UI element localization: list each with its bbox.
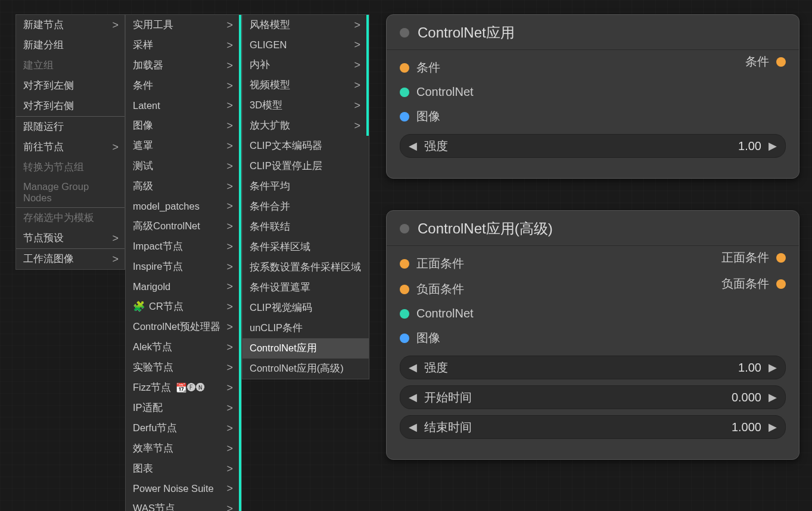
menu-item[interactable]: 放大扩散> <box>242 116 369 136</box>
widget-value[interactable]: 1.000 <box>732 420 769 434</box>
node-controlnet-apply[interactable]: ControlNet应用 条件条件ControlNet图像◀强度1.00▶ <box>386 14 799 179</box>
menu-item[interactable]: unCLIP条件 <box>242 318 369 338</box>
menu-item[interactable]: Alek节点> <box>126 337 241 357</box>
menu-item[interactable]: Impact节点> <box>126 236 241 257</box>
menu-item[interactable]: Inspire节点> <box>126 257 241 277</box>
number-widget[interactable]: ◀开始时间0.000▶ <box>400 385 786 409</box>
port-dot-icon[interactable] <box>400 334 409 343</box>
menu-item[interactable]: 对齐到左侧 <box>16 76 125 96</box>
menu-item[interactable]: ControlNet应用 <box>242 338 369 359</box>
input-slot[interactable]: 图像 <box>400 108 786 124</box>
increment-icon[interactable]: ▶ <box>769 139 777 152</box>
menu-item[interactable]: 条件设置遮罩 <box>242 278 369 298</box>
menu-item[interactable]: 工作流图像> <box>16 249 125 269</box>
context-menu-col-1[interactable]: 实用工具>采样>加载器>条件>Latent>图像>遮罩>测试>高级>model_… <box>125 14 242 511</box>
input-slot[interactable]: 条件 <box>400 60 786 76</box>
menu-item[interactable]: CLIP视觉编码 <box>242 298 369 318</box>
menu-item[interactable]: 条件采样区域 <box>242 237 369 257</box>
menu-item[interactable]: 条件合并 <box>242 197 369 217</box>
menu-item[interactable]: 遮罩> <box>126 136 241 156</box>
menu-item[interactable]: 条件平均 <box>242 176 369 197</box>
chevron-right-icon: > <box>349 19 360 32</box>
menu-item[interactable]: 采样> <box>126 35 241 55</box>
menu-item[interactable]: 图表> <box>126 459 241 479</box>
menu-item[interactable]: 视频模型> <box>242 75 369 95</box>
menu-item[interactable]: Derfu节点> <box>126 418 241 438</box>
menu-item-label: 对齐到右侧 <box>23 100 74 111</box>
number-widget[interactable]: ◀强度1.00▶ <box>400 356 786 379</box>
node-controlnet-apply-advanced[interactable]: ControlNet应用(高级) 正面条件负面条件正面条件负面条件Control… <box>386 210 799 460</box>
menu-item[interactable]: 效率节点> <box>126 438 241 459</box>
decrement-icon[interactable]: ◀ <box>409 139 417 152</box>
menu-item[interactable]: model_patches> <box>126 197 241 216</box>
input-label: 正面条件 <box>416 256 464 272</box>
input-slot[interactable]: ControlNet <box>400 85 786 99</box>
menu-item[interactable]: 测试> <box>126 156 241 176</box>
number-widget[interactable]: ◀强度1.00▶ <box>400 134 786 158</box>
collapse-dot-icon[interactable] <box>400 224 409 233</box>
port-dot-icon[interactable] <box>776 57 786 67</box>
menu-item[interactable]: 加载器> <box>126 55 241 76</box>
increment-icon[interactable]: ▶ <box>769 391 777 404</box>
port-dot-icon[interactable] <box>400 285 409 294</box>
menu-item[interactable]: 高级ControlNet> <box>126 216 241 236</box>
menu-item[interactable]: 条件联结 <box>242 217 369 237</box>
menu-item[interactable]: 条件> <box>126 76 241 96</box>
increment-icon[interactable]: ▶ <box>769 420 777 434</box>
node-title-bar[interactable]: ControlNet应用(高级) <box>387 211 799 246</box>
input-label: 负面条件 <box>416 281 464 297</box>
widget-value[interactable]: 1.00 <box>738 139 769 153</box>
port-dot-icon[interactable] <box>400 259 409 269</box>
menu-item[interactable]: GLIGEN> <box>242 35 369 55</box>
input-slot[interactable]: ControlNet <box>400 307 786 320</box>
decrement-icon[interactable]: ◀ <box>409 361 417 374</box>
menu-item[interactable]: 内补> <box>242 55 369 75</box>
input-slot[interactable]: 图像 <box>400 330 786 346</box>
menu-item[interactable]: 新建节点> <box>16 15 125 35</box>
menu-item[interactable]: 前往节点> <box>16 137 125 157</box>
menu-item[interactable]: Fizz节点 📆🅕🅝> <box>126 378 241 398</box>
port-dot-icon[interactable] <box>776 279 786 289</box>
collapse-dot-icon[interactable] <box>400 28 409 38</box>
menu-item[interactable]: CLIP设置停止层 <box>242 156 369 176</box>
menu-item[interactable]: 按系数设置条件采样区域 <box>242 257 369 278</box>
menu-item[interactable]: IP适配> <box>126 398 241 418</box>
menu-item[interactable]: 🧩CR节点> <box>126 297 241 317</box>
port-dot-icon[interactable] <box>776 253 786 263</box>
output-slot[interactable]: 条件 <box>745 54 786 70</box>
widget-value[interactable]: 0.000 <box>732 391 769 404</box>
menu-item[interactable]: CLIP文本编码器 <box>242 136 369 156</box>
port-dot-icon[interactable] <box>400 309 409 319</box>
menu-item[interactable]: ControlNet应用(高级) <box>242 359 369 379</box>
port-dot-icon[interactable] <box>400 88 409 97</box>
output-slot[interactable]: 负面条件 <box>721 276 786 292</box>
number-widget[interactable]: ◀结束时间1.000▶ <box>400 415 786 439</box>
context-menu-col-2[interactable]: 风格模型>GLIGEN>内补>视频模型>3D模型>放大扩散>CLIP文本编码器C… <box>242 14 369 379</box>
chevron-right-icon: > <box>222 362 233 374</box>
menu-item[interactable]: ControlNet预处理器> <box>126 317 241 337</box>
decrement-icon[interactable]: ◀ <box>409 420 417 434</box>
menu-item[interactable]: 高级> <box>126 176 241 197</box>
menu-item[interactable]: 新建分组 <box>16 35 125 55</box>
menu-item[interactable]: 实用工具> <box>126 15 241 35</box>
menu-item[interactable]: 跟随运行 <box>16 117 125 137</box>
menu-item[interactable]: 节点预设> <box>16 228 125 248</box>
menu-item[interactable]: Power Noise Suite> <box>126 479 241 498</box>
menu-item[interactable]: 对齐到右侧 <box>16 96 125 116</box>
menu-item[interactable]: 图像> <box>126 116 241 136</box>
menu-item[interactable]: WAS节点> <box>126 498 241 511</box>
decrement-icon[interactable]: ◀ <box>409 391 417 404</box>
output-label: 正面条件 <box>721 250 769 266</box>
output-slot[interactable]: 正面条件 <box>721 250 786 266</box>
context-menu-col-0[interactable]: 新建节点>新建分组建立组对齐到左侧对齐到右侧跟随运行前往节点>转换为节点组Man… <box>15 14 125 270</box>
menu-item[interactable]: Marigold> <box>126 277 241 297</box>
port-dot-icon[interactable] <box>400 63 409 73</box>
increment-icon[interactable]: ▶ <box>769 361 777 374</box>
widget-value[interactable]: 1.00 <box>738 361 769 375</box>
menu-item[interactable]: 实验节点> <box>126 357 241 378</box>
menu-item[interactable]: 风格模型> <box>242 15 369 35</box>
menu-item[interactable]: Latent> <box>126 96 241 116</box>
node-title-bar[interactable]: ControlNet应用 <box>387 15 799 50</box>
port-dot-icon[interactable] <box>400 112 409 121</box>
menu-item[interactable]: 3D模型> <box>242 95 369 116</box>
